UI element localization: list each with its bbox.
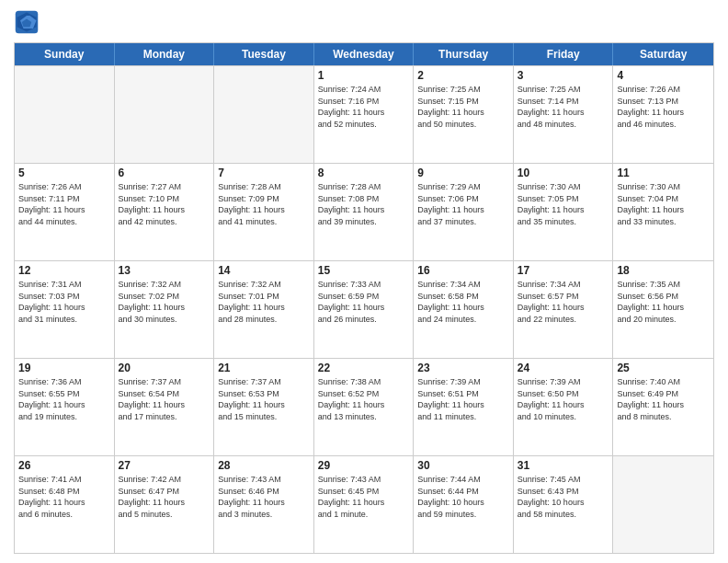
weekday-header: Saturday [613,43,713,65]
calendar-cell [613,456,713,553]
calendar-cell: 1Sunrise: 7:24 AM Sunset: 7:16 PM Daylig… [314,66,415,163]
logo-icon [14,9,40,35]
calendar-cell: 28Sunrise: 7:43 AM Sunset: 6:46 PM Dayli… [214,456,314,553]
calendar-row: 26Sunrise: 7:41 AM Sunset: 6:48 PM Dayli… [15,455,713,553]
day-number: 31 [518,459,609,472]
day-number: 28 [218,459,310,472]
calendar-cell: 8Sunrise: 7:28 AM Sunset: 7:08 PM Daylig… [314,164,415,260]
cell-content: Sunrise: 7:25 AM Sunset: 7:15 PM Dayligh… [417,84,509,130]
day-number: 25 [617,362,710,374]
cell-content: Sunrise: 7:45 AM Sunset: 6:43 PM Dayligh… [518,474,609,520]
calendar-row: 1Sunrise: 7:24 AM Sunset: 7:16 PM Daylig… [15,65,713,163]
day-number: 16 [417,264,509,277]
cell-content: Sunrise: 7:38 AM Sunset: 6:52 PM Dayligh… [318,376,410,422]
calendar-cell: 15Sunrise: 7:33 AM Sunset: 6:59 PM Dayli… [314,261,415,358]
day-number: 14 [218,264,310,277]
calendar-cell: 21Sunrise: 7:37 AM Sunset: 6:53 PM Dayli… [214,359,314,455]
cell-content: Sunrise: 7:33 AM Sunset: 6:59 PM Dayligh… [318,279,410,325]
day-number: 3 [518,69,609,82]
cell-content: Sunrise: 7:30 AM Sunset: 7:05 PM Dayligh… [518,181,609,227]
weekday-header: Thursday [414,43,514,65]
day-number: 26 [18,459,110,472]
calendar-cell [214,66,314,163]
cell-content: Sunrise: 7:34 AM Sunset: 6:57 PM Dayligh… [518,279,609,325]
day-number: 29 [318,459,410,472]
cell-content: Sunrise: 7:25 AM Sunset: 7:14 PM Dayligh… [518,84,609,130]
day-number: 7 [218,167,310,179]
day-number: 1 [318,69,410,82]
calendar-cell: 9Sunrise: 7:29 AM Sunset: 7:06 PM Daylig… [414,164,514,260]
day-number: 22 [318,362,410,374]
cell-content: Sunrise: 7:43 AM Sunset: 6:45 PM Dayligh… [318,474,410,520]
weekday-header: Sunday [15,43,115,65]
calendar-cell: 22Sunrise: 7:38 AM Sunset: 6:52 PM Dayli… [314,359,415,455]
cell-content: Sunrise: 7:24 AM Sunset: 7:16 PM Dayligh… [318,84,410,130]
calendar-cell: 29Sunrise: 7:43 AM Sunset: 6:45 PM Dayli… [314,456,415,553]
cell-content: Sunrise: 7:35 AM Sunset: 6:56 PM Dayligh… [617,279,710,325]
calendar-cell: 6Sunrise: 7:27 AM Sunset: 7:10 PM Daylig… [115,164,215,260]
day-number: 19 [18,362,110,374]
day-number: 30 [417,459,509,472]
day-number: 2 [417,69,509,82]
cell-content: Sunrise: 7:29 AM Sunset: 7:06 PM Dayligh… [417,181,509,227]
day-number: 8 [318,167,410,179]
cell-content: Sunrise: 7:32 AM Sunset: 7:01 PM Dayligh… [218,279,310,325]
day-number: 17 [518,264,609,277]
header [14,9,714,35]
calendar: SundayMondayTuesdayWednesdayThursdayFrid… [14,42,714,554]
weekday-header: Tuesday [214,43,314,65]
day-number: 21 [218,362,310,374]
calendar-cell: 11Sunrise: 7:30 AM Sunset: 7:04 PM Dayli… [613,164,713,260]
calendar-cell: 12Sunrise: 7:31 AM Sunset: 7:03 PM Dayli… [15,261,115,358]
calendar-cell: 14Sunrise: 7:32 AM Sunset: 7:01 PM Dayli… [214,261,314,358]
calendar-cell: 4Sunrise: 7:26 AM Sunset: 7:13 PM Daylig… [613,66,713,163]
day-number: 6 [119,167,210,179]
calendar-cell: 31Sunrise: 7:45 AM Sunset: 6:43 PM Dayli… [514,456,614,553]
calendar-cell: 5Sunrise: 7:26 AM Sunset: 7:11 PM Daylig… [15,164,115,260]
cell-content: Sunrise: 7:44 AM Sunset: 6:44 PM Dayligh… [417,474,509,520]
calendar-header: SundayMondayTuesdayWednesdayThursdayFrid… [15,43,713,65]
day-number: 12 [18,264,110,277]
day-number: 15 [318,264,410,277]
calendar-cell: 19Sunrise: 7:36 AM Sunset: 6:55 PM Dayli… [15,359,115,455]
cell-content: Sunrise: 7:31 AM Sunset: 7:03 PM Dayligh… [18,279,110,325]
weekday-header: Wednesday [314,43,415,65]
page: SundayMondayTuesdayWednesdayThursdayFrid… [0,0,728,563]
weekday-header: Monday [115,43,215,65]
day-number: 11 [617,167,710,179]
calendar-cell [115,66,215,163]
day-number: 5 [18,167,110,179]
day-number: 9 [417,167,509,179]
calendar-cell: 25Sunrise: 7:40 AM Sunset: 6:49 PM Dayli… [613,359,713,455]
cell-content: Sunrise: 7:30 AM Sunset: 7:04 PM Dayligh… [617,181,710,227]
calendar-cell: 2Sunrise: 7:25 AM Sunset: 7:15 PM Daylig… [414,66,514,163]
cell-content: Sunrise: 7:40 AM Sunset: 6:49 PM Dayligh… [617,376,710,422]
calendar-cell: 27Sunrise: 7:42 AM Sunset: 6:47 PM Dayli… [115,456,215,553]
calendar-cell: 13Sunrise: 7:32 AM Sunset: 7:02 PM Dayli… [115,261,215,358]
cell-content: Sunrise: 7:26 AM Sunset: 7:11 PM Dayligh… [18,181,110,227]
day-number: 18 [617,264,710,277]
cell-content: Sunrise: 7:39 AM Sunset: 6:50 PM Dayligh… [518,376,609,422]
calendar-cell: 20Sunrise: 7:37 AM Sunset: 6:54 PM Dayli… [115,359,215,455]
cell-content: Sunrise: 7:42 AM Sunset: 6:47 PM Dayligh… [119,474,210,520]
day-number: 23 [417,362,509,374]
day-number: 4 [617,69,710,82]
cell-content: Sunrise: 7:37 AM Sunset: 6:53 PM Dayligh… [218,376,310,422]
cell-content: Sunrise: 7:32 AM Sunset: 7:02 PM Dayligh… [119,279,210,325]
cell-content: Sunrise: 7:43 AM Sunset: 6:46 PM Dayligh… [218,474,310,520]
calendar-row: 19Sunrise: 7:36 AM Sunset: 6:55 PM Dayli… [15,358,713,455]
cell-content: Sunrise: 7:34 AM Sunset: 6:58 PM Dayligh… [417,279,509,325]
cell-content: Sunrise: 7:36 AM Sunset: 6:55 PM Dayligh… [18,376,110,422]
cell-content: Sunrise: 7:28 AM Sunset: 7:08 PM Dayligh… [318,181,410,227]
calendar-cell: 10Sunrise: 7:30 AM Sunset: 7:05 PM Dayli… [514,164,614,260]
day-number: 13 [119,264,210,277]
day-number: 24 [518,362,609,374]
cell-content: Sunrise: 7:26 AM Sunset: 7:13 PM Dayligh… [617,84,710,130]
calendar-cell [15,66,115,163]
calendar-cell: 30Sunrise: 7:44 AM Sunset: 6:44 PM Dayli… [414,456,514,553]
calendar-row: 5Sunrise: 7:26 AM Sunset: 7:11 PM Daylig… [15,163,713,260]
calendar-cell: 23Sunrise: 7:39 AM Sunset: 6:51 PM Dayli… [414,359,514,455]
cell-content: Sunrise: 7:28 AM Sunset: 7:09 PM Dayligh… [218,181,310,227]
calendar-cell: 16Sunrise: 7:34 AM Sunset: 6:58 PM Dayli… [414,261,514,358]
calendar-cell: 26Sunrise: 7:41 AM Sunset: 6:48 PM Dayli… [15,456,115,553]
